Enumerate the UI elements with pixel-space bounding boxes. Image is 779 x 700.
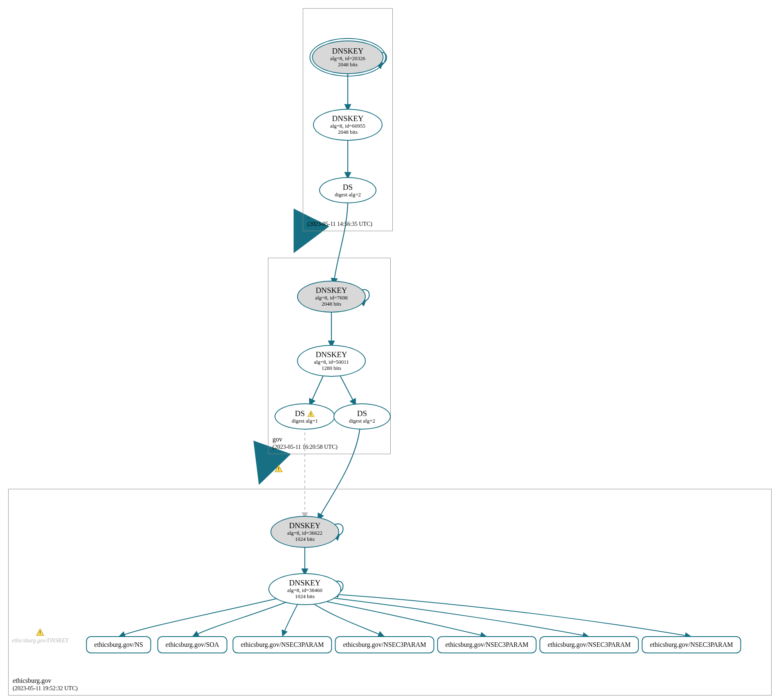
node-gov-zsk-line1: alg=8, id=50011 [314,359,349,365]
node-root-ds-line1: digest alg=2 [335,192,361,198]
zone-gov-name: gov [272,435,338,443]
node-gov-ds2-title: DS [357,409,367,418]
edge-delegation-root-to-gov [295,232,304,250]
node-eb-ksk-line1: alg=8, id=36622 [287,530,322,536]
node-gov-ds2-line1: digest alg=2 [349,418,375,424]
node-ethicsburg-zsk[interactable]: DNSKEY alg=8, id=38460 1024 bits [268,573,341,605]
rrset-nsec3param[interactable]: ethicsburg.gov/NSEC3PARAM [539,636,639,653]
zone-ethicsburg-label: ethicsburg.gov (2023-05-11 19:52:32 UTC) [13,677,78,692]
node-root-zsk[interactable]: DNSKEY alg=8, id=60955 2048 bits [313,109,383,141]
node-root-zsk-line2: 2048 bits [338,129,358,135]
node-gov-zsk[interactable]: DNSKEY alg=8, id=50011 1280 bits [297,345,366,377]
rrset-nsec3param[interactable]: ethicsburg.gov/NSEC3PARAM [232,636,332,653]
node-eb-zsk-line2: 1024 bits [295,594,315,600]
node-root-ksk-title: DNSKEY [332,47,363,56]
zone-root-label: . (2023-05-11 14:56:35 UTC) [307,212,372,228]
faded-dnskey-label: ethicsburg.gov/DNSKEY [12,637,68,644]
node-gov-ksk-title: DNSKEY [315,286,347,295]
node-root-zsk-title: DNSKEY [332,114,363,123]
edge-delegation-gov-to-ethicsburg [260,455,270,481]
node-eb-zsk-title: DNSKEY [289,578,320,587]
node-gov-ksk[interactable]: DNSKEY alg=8, id=7698 2048 bits [297,281,366,313]
node-gov-ds1[interactable]: DS digest alg=1 [275,403,335,430]
rrset-soa[interactable]: ethicsburg.gov/SOA [158,636,227,653]
warning-icon [275,465,283,472]
zone-root-timestamp: (2023-05-11 14:56:35 UTC) [307,221,372,228]
node-root-ds-title: DS [343,183,353,192]
zone-ethicsburg-name: ethicsburg.gov [13,677,78,685]
node-root-ds[interactable]: DS digest alg=2 [319,177,376,203]
node-root-ksk[interactable]: DNSKEY alg=8, id=20326 2048 bits [312,41,384,74]
dnssec-graph: . (2023-05-11 14:56:35 UTC) gov (2023-05… [0,0,779,700]
node-gov-zsk-title: DNSKEY [315,350,347,359]
svg-rect-5 [40,634,41,635]
node-gov-ksk-line2: 2048 bits [322,301,341,307]
zone-gov-timestamp: (2023-05-11 16:20:58 UTC) [272,443,338,451]
zone-ethicsburg: ethicsburg.gov (2023-05-11 19:52:32 UTC) [8,489,772,695]
node-gov-zsk-line2: 1280 bits [322,365,341,371]
node-gov-ksk-line1: alg=8, id=7698 [315,295,348,301]
node-eb-ksk-title: DNSKEY [289,521,320,530]
zone-ethicsburg-timestamp: (2023-05-11 19:52:32 UTC) [13,685,78,692]
node-eb-ksk-line2: 1024 bits [295,536,315,542]
svg-rect-1 [311,415,311,416]
node-gov-ds1-line1: digest alg=1 [292,418,318,424]
rrset-nsec3param[interactable]: ethicsburg.gov/NSEC3PARAM [335,636,434,653]
node-root-ksk-line1: alg=8, id=20326 [330,56,365,62]
node-gov-ds2[interactable]: DS digest alg=2 [333,403,391,430]
node-root-zsk-line1: alg=8, id=60955 [330,123,365,129]
zone-root-name: . [307,212,372,221]
svg-rect-4 [40,631,41,633]
warning-icon [307,410,315,417]
svg-rect-2 [278,467,279,470]
rrset-nsec3param[interactable]: ethicsburg.gov/NSEC3PARAM [437,636,536,653]
node-ethicsburg-ksk[interactable]: DNSKEY alg=8, id=36622 1024 bits [270,516,339,548]
rrset-nsec3param[interactable]: ethicsburg.gov/NSEC3PARAM [642,636,741,653]
svg-rect-0 [311,412,311,414]
svg-rect-3 [278,470,279,471]
warning-icon [36,628,44,636]
node-eb-zsk-line1: alg=8, id=38460 [287,587,322,594]
node-root-ksk-line2: 2048 bits [338,62,358,68]
rrset-ns[interactable]: ethicsburg.gov/NS [86,636,151,653]
node-gov-ds1-title: DS [295,409,305,418]
zone-gov-label: gov (2023-05-11 16:20:58 UTC) [272,435,338,451]
